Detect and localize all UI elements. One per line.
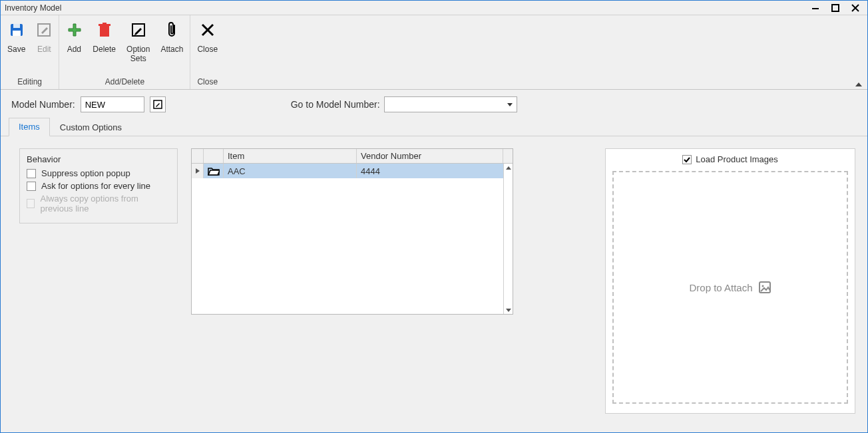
copy-previous-checkbox: Always copy options from previous line bbox=[27, 194, 170, 214]
grid-header: Item Vendor Number bbox=[192, 149, 513, 164]
delete-label: Delete bbox=[93, 45, 116, 54]
grid-header-rowselector bbox=[192, 149, 204, 163]
ribbon-group-close: Close Close bbox=[190, 15, 224, 89]
ask-every-line-checkbox[interactable]: Ask for options for every line bbox=[27, 181, 170, 191]
svg-rect-1 bbox=[832, 5, 839, 11]
row-folder-cell[interactable] bbox=[204, 164, 224, 178]
tabstrip: Items Custom Options bbox=[1, 118, 867, 136]
row-vendor-cell[interactable]: 4444 bbox=[357, 164, 503, 178]
save-label: Save bbox=[7, 45, 25, 54]
grid-row[interactable]: AAC 4444 bbox=[192, 164, 503, 178]
edit-button: Edit bbox=[31, 18, 57, 74]
grid-header-iconcol bbox=[204, 149, 224, 163]
option-sets-button[interactable]: Option Sets bbox=[121, 18, 155, 74]
load-images-checkbox[interactable] bbox=[682, 155, 692, 164]
ribbon-collapse-toggle[interactable] bbox=[855, 82, 862, 86]
checkbox-icon bbox=[27, 199, 35, 208]
paperclip-icon bbox=[164, 22, 180, 38]
minimize-button[interactable] bbox=[811, 4, 823, 12]
grid-empty-area bbox=[192, 178, 503, 311]
pencil-square-icon bbox=[130, 22, 146, 38]
row-indicator bbox=[192, 164, 204, 178]
grid-vertical-scrollbar[interactable] bbox=[503, 164, 513, 314]
triangle-up-icon bbox=[506, 166, 511, 170]
grid-rows: AAC 4444 bbox=[192, 164, 503, 314]
edit-icon bbox=[36, 22, 52, 38]
model-number-edit-button[interactable] bbox=[150, 96, 166, 112]
row-item-cell[interactable]: AAC bbox=[224, 164, 357, 178]
close-label: Close bbox=[197, 45, 218, 54]
window-root: Inventory Model Save bbox=[0, 0, 868, 433]
plus-icon bbox=[66, 22, 82, 38]
ribbon-group-editing: Save Edit Editing bbox=[1, 15, 59, 89]
chevron-down-icon bbox=[507, 103, 513, 106]
close-icon bbox=[200, 22, 216, 38]
model-number-input[interactable] bbox=[81, 96, 144, 112]
save-button[interactable]: Save bbox=[2, 18, 31, 74]
scroll-track[interactable] bbox=[504, 172, 513, 306]
model-bar: Model Number: Go to Model Number: bbox=[1, 90, 867, 118]
tab-custom-label: Custom Options bbox=[60, 122, 122, 132]
image-icon bbox=[758, 281, 771, 294]
checkbox-icon bbox=[27, 169, 36, 178]
svg-rect-6 bbox=[100, 26, 109, 37]
pencil-icon bbox=[153, 100, 162, 109]
svg-rect-0 bbox=[812, 8, 819, 9]
close-button[interactable]: Close bbox=[192, 18, 223, 74]
edit-label: Edit bbox=[37, 45, 51, 54]
svg-point-12 bbox=[761, 285, 763, 287]
ribbon-group-close-label: Close bbox=[192, 74, 223, 88]
grid-header-scrollspace bbox=[503, 149, 513, 163]
scroll-up-button[interactable] bbox=[504, 164, 513, 172]
maximize-button[interactable] bbox=[831, 4, 843, 12]
scroll-down-button[interactable] bbox=[504, 306, 513, 314]
behavior-title: Behavior bbox=[27, 154, 170, 164]
content-area: Behavior Suppress option popup Ask for o… bbox=[1, 136, 867, 432]
svg-rect-4 bbox=[13, 31, 21, 36]
tab-custom-options[interactable]: Custom Options bbox=[50, 118, 132, 136]
behavior-panel: Behavior Suppress option popup Ask for o… bbox=[19, 148, 178, 223]
copyprev-label: Always copy options from previous line bbox=[40, 194, 170, 214]
goto-label: Go to Model Number: bbox=[291, 99, 380, 110]
delete-button[interactable]: Delete bbox=[87, 18, 121, 74]
suppress-option-popup-checkbox[interactable]: Suppress option popup bbox=[27, 168, 170, 178]
add-button[interactable]: Add bbox=[61, 18, 87, 74]
load-images-label: Load Product Images bbox=[696, 154, 778, 164]
titlebar: Inventory Model bbox=[1, 1, 867, 15]
checkbox-icon bbox=[27, 182, 36, 191]
items-grid: Item Vendor Number AAC 4444 bbox=[191, 148, 513, 315]
ribbon-group-adddelete: Add Delete Option Sets bbox=[59, 15, 190, 89]
svg-rect-3 bbox=[13, 24, 20, 28]
goto-model-combo[interactable] bbox=[384, 96, 517, 112]
folder-open-icon bbox=[208, 166, 220, 176]
close-window-button[interactable] bbox=[851, 4, 863, 12]
ribbon-group-editing-label: Editing bbox=[2, 74, 57, 88]
ribbon-group-adddelete-label: Add/Delete bbox=[61, 74, 188, 88]
window-title: Inventory Model bbox=[5, 3, 61, 13]
image-dropzone[interactable]: Drop to Attach bbox=[612, 171, 848, 404]
trash-icon bbox=[97, 22, 112, 38]
tab-items-label: Items bbox=[19, 122, 40, 132]
save-icon bbox=[9, 22, 25, 38]
triangle-down-icon bbox=[506, 309, 511, 312]
add-label: Add bbox=[67, 45, 81, 54]
grid-header-vendor[interactable]: Vendor Number bbox=[357, 149, 503, 163]
option-sets-label: Option Sets bbox=[126, 45, 150, 63]
ribbon: Save Edit Editing Add bbox=[1, 15, 867, 90]
tab-items[interactable]: Items bbox=[9, 118, 50, 136]
dropzone-text: Drop to Attach bbox=[689, 282, 752, 293]
row-pointer-icon bbox=[195, 168, 200, 174]
suppress-label: Suppress option popup bbox=[41, 168, 130, 178]
window-controls bbox=[811, 4, 863, 12]
svg-rect-8 bbox=[103, 23, 107, 25]
model-number-label: Model Number: bbox=[11, 99, 75, 110]
attach-button[interactable]: Attach bbox=[155, 18, 188, 74]
askevery-label: Ask for options for every line bbox=[41, 181, 150, 191]
grid-header-item[interactable]: Item bbox=[224, 149, 357, 163]
attach-label: Attach bbox=[160, 45, 183, 54]
product-image-panel: Load Product Images Drop to Attach bbox=[605, 148, 855, 414]
